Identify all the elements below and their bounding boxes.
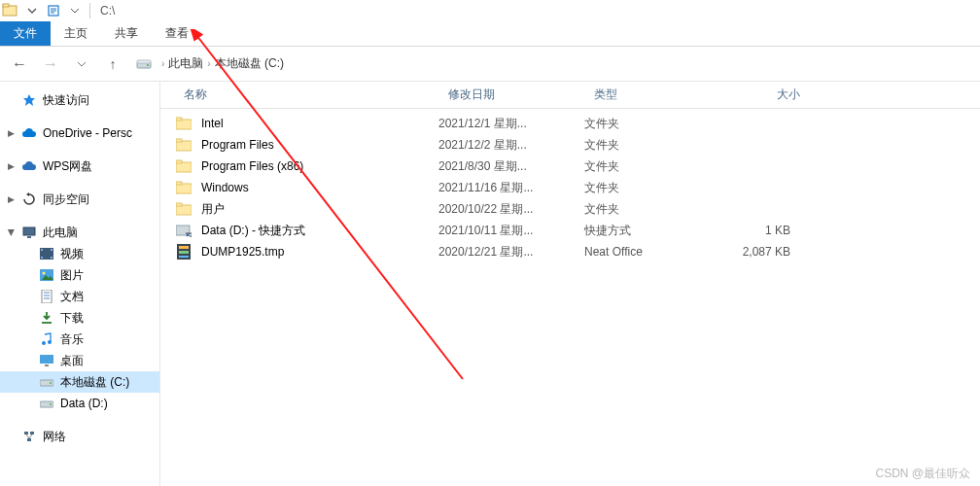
pc-icon (21, 225, 37, 240)
chevron-right-icon[interactable]: ▶ (8, 161, 15, 171)
svg-marker-10 (26, 192, 29, 196)
tab-home[interactable]: 主页 (51, 21, 101, 46)
file-date: 2021/12/2 星期... (431, 137, 577, 154)
svg-rect-29 (45, 364, 49, 366)
file-row[interactable]: Data (D:) - 快捷方式2021/10/11 星期...快捷方式1 KB (160, 220, 980, 241)
ribbon-tabs: 文件 主页 共享 查看 (0, 21, 980, 47)
file-name: DUMP1925.tmp (201, 245, 284, 259)
sidebar-wps[interactable]: ▶ WPS网盘 (0, 156, 159, 177)
content-pane: 名称 修改日期 类型 大小 Intel2021/12/1 星期...文件夹Pro… (160, 82, 980, 486)
desktop-icon (39, 353, 54, 368)
svg-rect-11 (23, 227, 35, 235)
folder-icon (176, 201, 192, 217)
sidebar-downloads[interactable]: 下载 (0, 307, 159, 329)
svg-rect-34 (24, 432, 28, 434)
file-row[interactable]: 用户2020/10/22 星期...文件夹 (160, 198, 980, 220)
svg-point-19 (43, 272, 46, 275)
svg-rect-21 (42, 290, 52, 303)
file-type: 文件夹 (577, 137, 703, 154)
svg-line-37 (26, 434, 29, 438)
folder-icon (176, 180, 192, 195)
svg-rect-42 (176, 139, 182, 142)
drive-icon (136, 56, 152, 72)
title-bar: C:\ (0, 0, 980, 21)
file-row[interactable]: DUMP1925.tmp2020/12/21 星期...Neat Office2… (160, 241, 980, 262)
svg-rect-52 (179, 246, 189, 249)
qat-properties-icon[interactable] (43, 1, 64, 20)
chevron-right-icon[interactable]: ▶ (8, 194, 15, 204)
file-date: 2021/12/1 星期... (431, 116, 577, 132)
sidebar-drive-d[interactable]: Data (D:) (0, 393, 159, 414)
file-size: 2,087 KB (703, 245, 810, 259)
svg-rect-48 (176, 203, 182, 206)
sidebar-onedrive[interactable]: ▶ OneDrive - Persc (0, 122, 159, 144)
file-name: Program Files (x86) (201, 159, 303, 173)
sidebar-pictures[interactable]: 图片 (0, 264, 159, 286)
file-date: 2020/12/21 星期... (431, 244, 577, 260)
svg-rect-46 (176, 182, 182, 185)
document-icon (39, 289, 54, 304)
file-row[interactable]: Program Files (x86)2021/8/30 星期...文件夹 (160, 156, 980, 177)
sidebar-documents[interactable]: 文档 (0, 286, 159, 307)
sidebar-drive-c[interactable]: 本地磁盘 (C:) (0, 371, 159, 393)
svg-point-33 (50, 403, 52, 405)
sidebar-desktop[interactable]: 桌面 (0, 350, 159, 371)
cloud-icon (21, 125, 37, 141)
file-row[interactable]: Program Files2021/12/2 星期...文件夹 (160, 134, 980, 156)
file-row[interactable]: Windows2021/11/16 星期...文件夹 (160, 177, 980, 198)
sidebar-quick-access[interactable]: 快速访问 (0, 89, 159, 111)
breadcrumb[interactable]: › 此电脑 › 本地磁盘 (C:) (134, 52, 288, 77)
svg-rect-15 (41, 257, 43, 259)
column-size[interactable]: 大小 (713, 87, 820, 103)
tab-share[interactable]: 共享 (101, 21, 152, 46)
sidebar-music[interactable]: 音乐 (0, 329, 159, 350)
file-size: 1 KB (703, 224, 810, 237)
window-title: C:\ (100, 4, 115, 17)
breadcrumb-current[interactable]: 本地磁盘 (C:) (215, 55, 284, 72)
window-icon (2, 3, 18, 18)
svg-rect-7 (137, 60, 151, 63)
svg-rect-1 (3, 4, 9, 7)
file-row[interactable]: Intel2021/12/1 星期...文件夹 (160, 113, 980, 134)
sidebar-sync[interactable]: ▶ 同步空间 (0, 189, 159, 210)
chevron-right-icon[interactable]: ▶ (8, 128, 15, 138)
folder-icon (176, 158, 192, 174)
svg-point-26 (42, 341, 46, 345)
nav-bar: ← → ↑ › 此电脑 › 本地磁盘 (C:) (0, 47, 980, 82)
svg-rect-14 (41, 249, 43, 251)
file-type: 文件夹 (577, 180, 703, 196)
svg-rect-35 (30, 432, 34, 434)
recent-dropdown-icon[interactable] (68, 51, 95, 78)
tab-file[interactable]: 文件 (0, 21, 51, 46)
folder-icon (176, 116, 192, 131)
svg-rect-12 (27, 236, 31, 238)
qat-customize-icon[interactable] (64, 1, 86, 20)
download-icon (39, 310, 54, 326)
qat-dropdown-icon[interactable] (21, 1, 43, 20)
file-icon (176, 244, 192, 260)
tab-view[interactable]: 查看 (152, 21, 202, 46)
up-button[interactable]: ↑ (99, 51, 126, 78)
sidebar: 快速访问 ▶ OneDrive - Persc ▶ WPS网盘 ▶ 同步空间 ▶… (0, 82, 160, 486)
file-type: 文件夹 (577, 201, 703, 218)
file-type: 文件夹 (577, 158, 703, 175)
svg-rect-28 (40, 355, 53, 364)
back-button[interactable]: ← (6, 51, 33, 78)
forward-button[interactable]: → (37, 51, 64, 78)
file-date: 2021/10/11 星期... (431, 223, 577, 239)
sidebar-this-pc[interactable]: ▶ 此电脑 (0, 222, 159, 243)
sidebar-videos[interactable]: 视频 (0, 243, 159, 264)
svg-line-38 (29, 434, 32, 438)
svg-rect-16 (51, 249, 52, 251)
chevron-down-icon[interactable]: ▶ (7, 229, 17, 236)
watermark: CSDN @最佳听众 (875, 466, 970, 482)
column-date[interactable]: 修改日期 (440, 87, 586, 103)
sidebar-network[interactable]: 网络 (0, 426, 159, 447)
breadcrumb-root[interactable]: 此电脑 (168, 55, 203, 72)
video-icon (39, 246, 54, 261)
column-headers: 名称 修改日期 类型 大小 (160, 82, 980, 109)
column-type[interactable]: 类型 (586, 87, 713, 103)
svg-rect-44 (176, 160, 182, 163)
file-list: Intel2021/12/1 星期...文件夹Program Files2021… (160, 109, 980, 262)
column-name[interactable]: 名称 (176, 87, 440, 103)
